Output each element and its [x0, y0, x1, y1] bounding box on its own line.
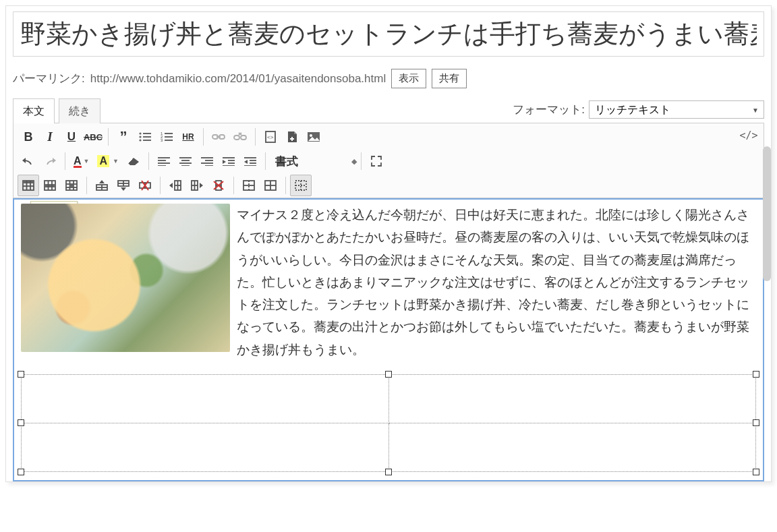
tabs-row: 本文 続き フォーマット: リッチテキスト	[13, 98, 764, 123]
align-right-icon	[201, 156, 213, 166]
table-cell[interactable]	[22, 423, 389, 471]
link-icon	[212, 133, 225, 141]
underline-icon: U	[67, 130, 76, 144]
resize-handle[interactable]	[385, 469, 392, 475]
indent-button[interactable]	[218, 150, 239, 172]
insert-row-after-button[interactable]	[113, 175, 134, 196]
strikethrough-icon: ABC	[84, 132, 103, 142]
insert-col-after-button[interactable]	[186, 175, 208, 196]
svg-point-2	[139, 136, 141, 138]
align-center-icon	[179, 156, 192, 166]
svg-text:3: 3	[161, 138, 163, 142]
tab-more[interactable]: 続き	[59, 98, 100, 123]
table-icon	[22, 180, 34, 191]
split-icon	[264, 180, 277, 191]
italic-button[interactable]: I	[39, 126, 61, 148]
resize-handle[interactable]	[753, 469, 759, 475]
clear-format-button[interactable]	[123, 150, 144, 172]
resize-handle[interactable]	[753, 371, 759, 378]
underline-button[interactable]: U	[61, 126, 82, 148]
svg-rect-46	[23, 181, 34, 183]
strikethrough-button[interactable]: ABC	[82, 126, 104, 148]
delete-row-button[interactable]	[134, 175, 156, 196]
insert-table-button[interactable]	[18, 175, 39, 196]
format-select[interactable]: リッチテキスト	[589, 100, 764, 119]
svg-rect-51	[45, 184, 55, 187]
permalink-url: http://www.tohdamikio.com/2014/01/yasait…	[90, 72, 386, 86]
format-label: フォーマット:	[513, 102, 585, 117]
row-after-icon	[117, 179, 130, 191]
unordered-list-button[interactable]	[134, 126, 156, 148]
selected-table[interactable]	[21, 374, 756, 472]
file-add-icon	[286, 131, 298, 143]
link-button[interactable]	[208, 126, 229, 148]
vertical-scrollbar[interactable]	[761, 146, 772, 481]
table-cell[interactable]	[22, 374, 389, 423]
bg-color-icon: A	[97, 155, 109, 167]
svg-point-24	[310, 134, 312, 137]
bold-icon: B	[24, 130, 33, 144]
quote-icon: ”	[120, 134, 127, 140]
align-left-button[interactable]	[153, 150, 175, 172]
resize-handle[interactable]	[753, 419, 759, 426]
row-delete-icon	[138, 179, 152, 191]
eraser-icon	[127, 156, 140, 166]
table-row-props-button[interactable]	[39, 175, 61, 196]
redo-button[interactable]	[39, 150, 61, 172]
undo-button[interactable]	[18, 150, 39, 172]
permalink-label: パーマリンク:	[13, 71, 85, 86]
svg-rect-59	[70, 184, 74, 187]
indent-icon	[223, 156, 235, 166]
text-color-button[interactable]: A ▼	[69, 150, 93, 172]
editor-body[interactable]: 表の挿入 マイナス２度と冷え込んだ今朝だが、日中は好天に恵まれた。北陸には珍しく…	[13, 198, 764, 481]
image-icon	[307, 131, 320, 142]
show-grid-button[interactable]	[290, 175, 312, 196]
style-dropdown[interactable]: 書式	[270, 154, 304, 169]
row-before-icon	[95, 179, 109, 191]
tab-body[interactable]: 本文	[13, 98, 55, 123]
align-left-icon	[158, 156, 170, 166]
content-image[interactable]	[21, 204, 230, 352]
italic-icon: I	[47, 129, 52, 144]
bold-button[interactable]: B	[18, 126, 39, 148]
unlink-button[interactable]	[229, 126, 251, 148]
text-color-icon: A	[74, 155, 82, 168]
merge-cells-button[interactable]	[238, 175, 260, 196]
share-button[interactable]: 共有	[432, 69, 467, 88]
col-before-icon	[169, 179, 182, 191]
table-cell-icon	[65, 180, 78, 191]
resize-handle[interactable]	[18, 469, 24, 475]
split-cells-button[interactable]	[260, 175, 281, 196]
col-delete-icon	[212, 179, 225, 191]
align-center-button[interactable]	[175, 150, 196, 172]
delete-col-button[interactable]	[208, 175, 229, 196]
table-cell[interactable]	[388, 423, 756, 471]
blockquote-button[interactable]: ”	[113, 126, 134, 148]
fullscreen-icon	[371, 156, 382, 167]
source-view-button[interactable]: </>	[738, 126, 759, 145]
table-cell[interactable]	[388, 374, 756, 423]
horizontal-rule-button[interactable]: HR	[177, 126, 199, 148]
outdent-button[interactable]	[239, 150, 261, 172]
html-icon: <>	[264, 131, 277, 143]
undo-icon	[22, 156, 35, 167]
bg-color-button[interactable]: A ▼	[93, 150, 122, 172]
view-button[interactable]: 表示	[391, 69, 426, 88]
align-right-button[interactable]	[196, 150, 218, 172]
ol-icon: 123	[161, 131, 173, 142]
table-row-icon	[44, 180, 56, 191]
resize-handle[interactable]	[18, 419, 24, 426]
post-title-input[interactable]	[13, 11, 764, 57]
fullscreen-button[interactable]	[366, 150, 387, 172]
hr-icon: HR	[182, 132, 194, 142]
outdent-icon	[244, 156, 256, 166]
table-cell-props-button[interactable]	[61, 175, 82, 196]
insert-html-button[interactable]: <>	[260, 126, 281, 148]
insert-col-before-button[interactable]	[165, 175, 186, 196]
insert-file-button[interactable]	[281, 126, 303, 148]
resize-handle[interactable]	[18, 371, 24, 378]
ordered-list-button[interactable]: 123	[156, 126, 177, 148]
insert-image-button[interactable]	[303, 126, 324, 148]
insert-row-before-button[interactable]	[91, 175, 113, 196]
resize-handle[interactable]	[385, 371, 392, 378]
